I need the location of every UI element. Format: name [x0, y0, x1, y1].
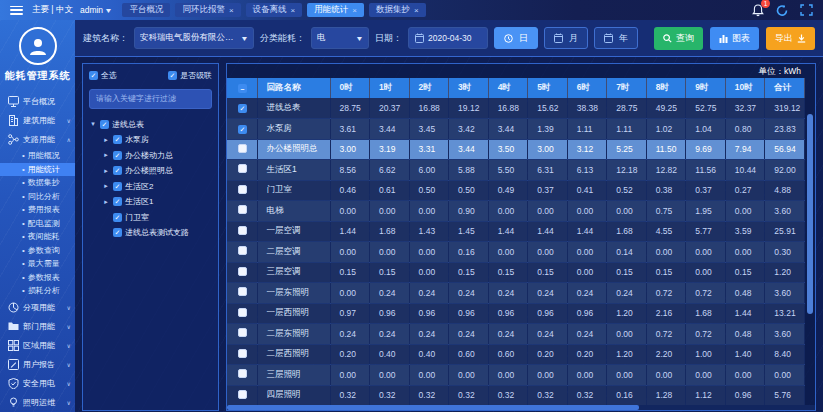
checkbox-checked-icon[interactable]: ✓ — [100, 120, 109, 129]
sidebar-subitem-配电监测[interactable]: •配电监测 — [0, 217, 75, 231]
sidebar-subitem-用能概况[interactable]: •用能概况 — [0, 149, 75, 163]
checkbox-icon[interactable] — [238, 328, 247, 337]
period-day-button[interactable]: 日 — [494, 27, 538, 49]
checkbox-checked-icon[interactable]: ✓ — [238, 104, 247, 113]
checkbox-checked-icon[interactable]: ✓ — [113, 213, 122, 222]
date-input[interactable]: 2020-04-30 — [408, 27, 488, 49]
sidebar-item-部门用能[interactable]: 部门用能∨ — [0, 317, 75, 336]
tree-item-水泵房[interactable]: ▸✓水泵房 — [89, 132, 212, 148]
checkbox-checked-icon[interactable]: ✓ — [113, 151, 122, 160]
sidebar-item-分项用能[interactable]: 分项用能∨ — [0, 298, 75, 317]
table-row[interactable]: 二层西照明0.200.400.400.600.600.200.201.202.2… — [227, 344, 805, 365]
checkbox-checked-icon[interactable]: ✓ — [113, 166, 122, 175]
tree-item-办公楼动力总[interactable]: ▸✓办公楼动力总 — [89, 148, 212, 164]
table-row[interactable]: 二层东照明0.240.240.240.240.240.240.240.000.7… — [227, 324, 805, 345]
checkbox-icon[interactable] — [238, 287, 247, 296]
close-icon[interactable]: × — [291, 6, 296, 15]
table-row[interactable]: 生活区18.566.626.005.885.506.316.1312.1812.… — [227, 160, 805, 181]
table-row[interactable]: 三层空调0.150.150.000.150.150.150.000.150.15… — [227, 262, 805, 283]
table-row[interactable]: 一层西照明0.970.960.960.960.960.960.961.202.1… — [227, 303, 805, 324]
checkbox-icon[interactable] — [238, 369, 247, 378]
close-icon[interactable]: × — [414, 6, 419, 15]
tab-数据集抄[interactable]: 数据集抄× — [369, 3, 426, 17]
sidebar-item-用户报告[interactable]: 用户报告∨ — [0, 355, 75, 374]
export-button[interactable]: 导出 — [766, 27, 815, 50]
close-icon[interactable]: × — [229, 6, 234, 15]
sidebar-subitem-费用报表[interactable]: •费用报表 — [0, 203, 75, 217]
checkbox-icon[interactable] — [238, 164, 247, 173]
tree-item-生活区2[interactable]: ▸✓生活区2 — [89, 179, 212, 195]
tab-设备离线[interactable]: 设备离线× — [246, 3, 303, 17]
table-row[interactable]: ✓水泵房3.613.443.453.423.441.391.111.111.02… — [227, 119, 805, 140]
sidebar-subitem-数据集抄[interactable]: •数据集抄 — [0, 176, 75, 190]
table-row[interactable]: 办公楼照明总3.003.193.313.443.503.003.125.2511… — [227, 139, 805, 160]
table-row[interactable]: 二层空调0.000.000.000.160.000.000.000.140.00… — [227, 242, 805, 263]
caret-expanded-icon[interactable]: ▾ — [89, 120, 97, 128]
tab-用能统计[interactable]: 用能统计× — [307, 3, 364, 17]
vertical-scrollbar[interactable] — [807, 114, 813, 314]
tab-同环比报警[interactable]: 同环比报警× — [175, 3, 240, 17]
sidebar-subitem-参数查询[interactable]: •参数查询 — [0, 244, 75, 258]
sidebar-item-建筑用能[interactable]: 建筑用能∨ — [0, 111, 75, 130]
tree-item-生活区1[interactable]: ▸✓生活区1 — [89, 194, 212, 210]
table-row[interactable]: 门卫室0.460.610.500.500.490.370.410.520.380… — [227, 180, 805, 201]
period-month-button[interactable]: 月 — [544, 27, 588, 49]
avatar[interactable] — [19, 27, 57, 65]
checkbox-checked-icon[interactable]: ✓ — [238, 125, 247, 134]
sidebar-subitem-用能统计[interactable]: •用能统计 — [0, 163, 75, 177]
chart-button[interactable]: 图表 — [710, 27, 759, 50]
notifications-button[interactable]: 1 — [752, 4, 764, 17]
checkbox-icon[interactable] — [238, 308, 247, 317]
sidebar-subitem-参数报表[interactable]: •参数报表 — [0, 271, 75, 285]
checkbox-checked-icon[interactable]: ✓ — [113, 197, 122, 206]
tree-item-进线总表测试支路[interactable]: ✓进线总表测试支路 — [89, 225, 212, 241]
table-row[interactable]: 一层东照明0.000.240.240.240.240.240.240.240.7… — [227, 283, 805, 304]
fullscreen-icon[interactable] — [800, 4, 813, 16]
checkbox-icon[interactable] — [238, 246, 247, 255]
sidebar-subitem-夜间能耗[interactable]: •夜间能耗 — [0, 230, 75, 244]
caret-collapsed-icon[interactable]: ▸ — [102, 167, 110, 175]
sidebar-subitem-最大需量[interactable]: •最大需量 — [0, 257, 75, 271]
checkbox-icon[interactable] — [238, 267, 247, 276]
checkbox-checked-icon[interactable]: ✓ — [113, 228, 122, 237]
table-row[interactable]: 三层照明0.000.000.000.000.000.000.000.000.00… — [227, 365, 805, 386]
close-icon[interactable]: × — [352, 6, 357, 15]
checkbox-icon[interactable] — [238, 390, 247, 399]
tree-item-进线总表[interactable]: ▾✓进线总表 — [89, 117, 212, 133]
sidebar-item-支路用能[interactable]: 支路用能∧ — [0, 130, 75, 149]
checkbox-icon[interactable] — [238, 349, 247, 358]
select-all-checkbox[interactable]: ✓ 全选 — [89, 70, 117, 81]
user-menu[interactable]: admin ▼ — [80, 5, 112, 15]
checkbox-icon[interactable] — [238, 144, 247, 153]
tree-search-input[interactable] — [89, 89, 212, 109]
sidebar-subitem-同比分析[interactable]: •同比分析 — [0, 190, 75, 204]
table-row[interactable]: ✓进线总表28.7520.3716.8819.1216.8815.6238.38… — [227, 98, 805, 119]
tree-item-办公楼照明总[interactable]: ▸✓办公楼照明总 — [89, 163, 212, 179]
period-year-button[interactable]: 年 — [594, 27, 638, 49]
tree-item-门卫室[interactable]: ✓门卫室 — [89, 210, 212, 226]
cascade-checkbox[interactable]: ✓ 是否级联 — [168, 70, 212, 81]
checkbox-indeterminate-icon[interactable]: – — [238, 84, 247, 93]
table-row[interactable]: 四层照明0.320.320.320.320.320.320.320.161.28… — [227, 385, 805, 406]
checkbox-checked-icon[interactable]: ✓ — [113, 135, 122, 144]
tab-平台概况[interactable]: 平台概况 — [122, 3, 170, 17]
sidebar-subitem-损耗分析[interactable]: •损耗分析 — [0, 284, 75, 298]
table-row[interactable]: 一层空调1.441.681.431.451.441.441.441.684.55… — [227, 221, 805, 242]
caret-collapsed-icon[interactable]: ▸ — [102, 151, 110, 159]
checkbox-checked-icon[interactable]: ✓ — [113, 182, 122, 191]
menu-toggle-icon[interactable] — [10, 6, 23, 15]
sidebar-item-平台概况[interactable]: 平台概况 — [0, 92, 75, 111]
table-row[interactable]: 电梯0.000.000.000.900.000.000.000.000.751.… — [227, 201, 805, 222]
horizontal-scrollbar[interactable] — [227, 405, 639, 410]
building-select[interactable]: 安科瑞电气股份有限公司A栋▼ — [134, 27, 254, 49]
category-select[interactable]: 电▼ — [311, 27, 369, 49]
sidebar-item-安全用电[interactable]: 安全用电∨ — [0, 374, 75, 393]
caret-collapsed-icon[interactable]: ▸ — [102, 198, 110, 206]
caret-collapsed-icon[interactable]: ▸ — [102, 136, 110, 144]
refresh-icon[interactable] — [775, 4, 789, 17]
sidebar-item-区域用能[interactable]: 区域用能∨ — [0, 336, 75, 355]
checkbox-icon[interactable] — [238, 205, 247, 214]
checkbox-icon[interactable] — [238, 226, 247, 235]
query-button[interactable]: 查询 — [654, 27, 703, 50]
caret-collapsed-icon[interactable]: ▸ — [102, 182, 110, 190]
